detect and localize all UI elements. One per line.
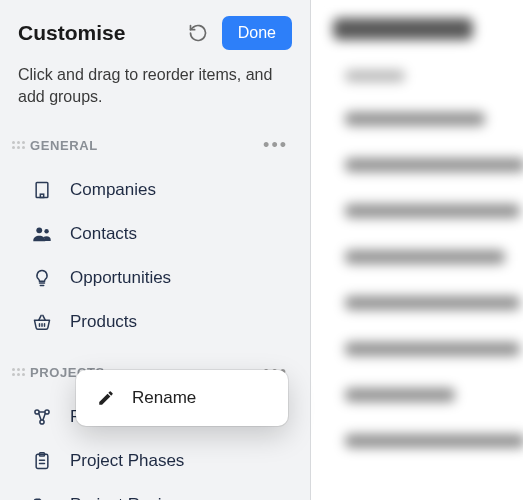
svg-point-9 bbox=[44, 229, 48, 233]
svg-point-15 bbox=[40, 420, 44, 424]
done-button[interactable]: Done bbox=[222, 16, 292, 50]
context-menu: Rename bbox=[76, 370, 288, 426]
building-icon bbox=[30, 178, 54, 202]
svg-rect-0 bbox=[36, 182, 48, 197]
drag-handle-icon[interactable] bbox=[12, 141, 26, 149]
panel-title: Customise bbox=[18, 21, 182, 45]
item-label: Products bbox=[70, 312, 137, 332]
item-label: Companies bbox=[70, 180, 156, 200]
sidebar-item-opportunities[interactable]: Opportunities bbox=[18, 256, 292, 300]
folder-search-icon bbox=[30, 493, 54, 500]
main-content-blurred bbox=[311, 0, 523, 500]
panel-subtitle: Click and drag to reorder items, and add… bbox=[18, 64, 292, 109]
svg-point-8 bbox=[36, 227, 42, 233]
network-icon bbox=[30, 405, 54, 429]
undo-button[interactable] bbox=[182, 17, 214, 49]
item-label: Project Reviews bbox=[70, 495, 192, 500]
item-label: Opportunities bbox=[70, 268, 171, 288]
lightbulb-icon bbox=[30, 266, 54, 290]
sidebar-item-companies[interactable]: Companies bbox=[18, 168, 292, 212]
sidebar-item-products[interactable]: Products bbox=[18, 300, 292, 344]
sidebar-item-project-reviews[interactable]: Project Reviews bbox=[18, 483, 292, 500]
undo-icon bbox=[188, 23, 208, 43]
people-icon bbox=[30, 222, 54, 246]
item-label: Project Phases bbox=[70, 451, 184, 471]
pencil-icon bbox=[96, 388, 116, 408]
section-label-general: GENERAL bbox=[30, 138, 259, 153]
menu-item-label: Rename bbox=[132, 388, 196, 408]
svg-rect-7 bbox=[40, 194, 43, 197]
section-general: GENERAL ••• Companies bbox=[18, 133, 292, 344]
item-label: Contacts bbox=[70, 224, 137, 244]
svg-line-16 bbox=[39, 413, 42, 420]
sidebar-item-contacts[interactable]: Contacts bbox=[18, 212, 292, 256]
drag-handle-icon[interactable] bbox=[12, 368, 26, 376]
section-more-button[interactable]: ••• bbox=[259, 133, 292, 158]
menu-item-rename[interactable]: Rename bbox=[76, 378, 288, 418]
panel-header: Customise Done bbox=[18, 16, 292, 50]
section-header-general: GENERAL ••• bbox=[12, 133, 292, 158]
basket-icon bbox=[30, 310, 54, 334]
svg-line-17 bbox=[43, 413, 46, 420]
customise-panel: Customise Done Click and drag to reorder… bbox=[0, 0, 311, 500]
clipboard-icon bbox=[30, 449, 54, 473]
sidebar-item-project-phases[interactable]: Project Phases bbox=[18, 439, 292, 483]
